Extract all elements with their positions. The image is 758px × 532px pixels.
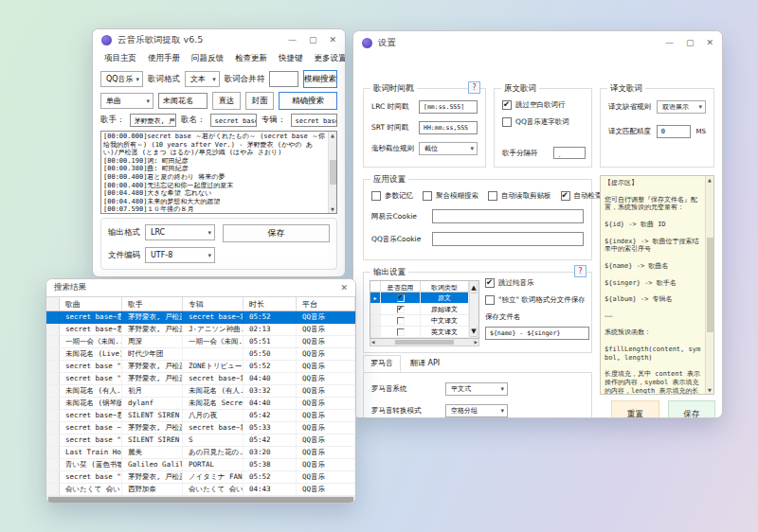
table-row[interactable]: secret base~君.. SILENT SIREN 八月の夜 05:42 … xyxy=(46,410,355,422)
scroll-down-icon[interactable]: ▼ xyxy=(331,206,334,212)
checkbox[interactable] xyxy=(485,295,495,305)
scrollbar-thumb[interactable] xyxy=(707,238,713,332)
scroll-up-icon[interactable]: ▲ xyxy=(331,133,334,138)
checkbox[interactable] xyxy=(502,100,512,110)
scrollbar-thumb[interactable] xyxy=(330,160,336,185)
enabled-cell[interactable] xyxy=(381,304,421,315)
qq-cookie-input[interactable] xyxy=(432,232,584,246)
checkbox[interactable] xyxy=(561,191,570,201)
checkbox[interactable] xyxy=(485,278,495,288)
scrollbar-thumb[interactable] xyxy=(395,340,454,345)
table-row[interactable]: 未闻花名 (有人.. 初月 未闻花名 (有人.. 03:32 QQ音乐 xyxy=(46,385,355,398)
col-platform[interactable]: 平台 xyxy=(297,297,355,310)
menu-item[interactable]: 快捷键 xyxy=(279,53,303,64)
enabled-cell[interactable] xyxy=(381,315,421,327)
encoding-select[interactable]: UTF-8 ▾ xyxy=(145,247,215,263)
table-row[interactable]: 未闻花名 (Live) 时代少年团 05:50 QQ音乐 xyxy=(46,348,355,361)
table-row[interactable]: 一期一会《未闻.. 周深 一期一会《未闻.. 05:51 QQ音乐 xyxy=(46,336,355,348)
scrollbar-thumb[interactable] xyxy=(48,497,353,504)
col-song[interactable]: 歌曲 xyxy=(60,297,122,310)
checkbox[interactable] xyxy=(371,191,381,201)
netease-cookie-input[interactable] xyxy=(432,209,584,223)
checkbox[interactable] xyxy=(397,294,405,302)
menu-item[interactable]: 使用手册 xyxy=(148,53,180,64)
save-button[interactable]: 保存 xyxy=(223,224,330,242)
help-icon[interactable]: ? xyxy=(468,81,480,94)
menu-item[interactable]: 更多设置 xyxy=(315,53,347,64)
checkbox[interactable] xyxy=(488,191,497,201)
scroll-up-icon[interactable]: ▲ xyxy=(471,282,477,293)
lyrics-textarea[interactable]: [00:00.000]secret base ～君がくれたもの～ (secret… xyxy=(100,131,337,214)
scroll-right-icon[interactable]: ▶ xyxy=(475,340,478,345)
col-singer[interactable]: 歌手 xyxy=(122,297,183,310)
enabled-cell[interactable] xyxy=(381,327,421,338)
checkbox-option[interactable]: 参数记忆 xyxy=(371,191,413,201)
maximize-icon[interactable]: ▢ xyxy=(309,36,317,44)
checkbox[interactable] xyxy=(397,306,405,313)
help-icon[interactable]: ? xyxy=(574,265,587,277)
row-selector[interactable] xyxy=(370,304,381,315)
scroll-down-icon[interactable]: ▼ xyxy=(471,326,477,337)
lrc-timestamp-input[interactable]: [mm:ss.SSS] xyxy=(419,100,478,114)
checkbox[interactable] xyxy=(397,328,405,336)
table-row[interactable]: secret base~君.. 茅野愛衣, 戸松遥.. secret base~… xyxy=(46,311,355,324)
close-icon[interactable]: ✕ xyxy=(340,284,348,293)
maximize-icon[interactable]: ▢ xyxy=(686,39,695,47)
row-selector[interactable] xyxy=(46,410,60,421)
srt-timestamp-input[interactable]: HH:mm:ss,SSS xyxy=(419,121,478,134)
row-selector[interactable] xyxy=(46,348,60,360)
row-selector[interactable] xyxy=(46,311,60,323)
fuzzy-search-button[interactable]: 模糊搜索 xyxy=(303,70,337,88)
checkbox[interactable] xyxy=(423,191,432,201)
album-field[interactable]: secret base~君 xyxy=(291,114,338,127)
minimize-icon[interactable]: — xyxy=(665,39,674,47)
direct-button[interactable]: 直达 xyxy=(212,92,241,110)
row-selector[interactable] xyxy=(46,324,60,335)
table-row[interactable]: secret base "君.. SILENT SIREN S 05:42 QQ… xyxy=(46,434,355,447)
row-selector[interactable] xyxy=(370,293,381,304)
ms-rule-select[interactable]: 截位 ▾ xyxy=(419,142,478,155)
platform-select[interactable]: QQ音乐 ▾ xyxy=(100,71,143,87)
row-selector[interactable] xyxy=(46,361,60,372)
table-row[interactable]: secret base "君.. 茅野愛衣, 戸松遥.. ZONEトリビュー..… xyxy=(46,361,355,373)
close-icon[interactable]: ✕ xyxy=(706,39,713,47)
translation-rule-select[interactable]: 双语展示 ▾ xyxy=(657,100,706,114)
tips-panel[interactable]: 【提示区】 您可自行调整『保存文件名』配置，系统预设的元变量有： ${id} -… xyxy=(600,175,714,395)
keyword-input[interactable]: 未闻花名 xyxy=(158,93,208,109)
row-selector[interactable] xyxy=(46,336,60,347)
checkbox-option[interactable]: 跳过空白歌词行 xyxy=(502,100,584,110)
row-selector[interactable] xyxy=(46,471,60,483)
save-button[interactable]: 保存 xyxy=(668,400,716,418)
format-select[interactable]: 文本 ▾ xyxy=(185,71,220,87)
scroll-left-icon[interactable]: ◀ xyxy=(371,340,374,345)
romaji-system-select[interactable]: 平文式 ▾ xyxy=(445,382,508,396)
checkbox-option[interactable]: QQ音乐逐字歌词 xyxy=(502,117,584,127)
row-selector[interactable] xyxy=(46,398,60,409)
row-selector[interactable] xyxy=(46,447,60,458)
vertical-scrollbar[interactable]: ▲ ▼ xyxy=(469,281,478,338)
checkbox-option[interactable]: 自动读取剪贴板 xyxy=(488,191,551,201)
row-selector[interactable] xyxy=(46,373,60,384)
horizontal-scrollbar[interactable]: ◀ ▶ xyxy=(370,339,479,346)
row-selector[interactable] xyxy=(46,385,60,397)
singer-separator-input[interactable]: 、 xyxy=(553,147,586,159)
row-selector[interactable] xyxy=(46,484,60,495)
table-row[interactable]: 青い栞 (蓝色书签) Galileo Galilei PORTAL 05:38 … xyxy=(46,459,355,471)
table-row[interactable]: secret base~君.. 茅野愛衣, 戸松遥.. J-アニソン神曲.. 0… xyxy=(46,324,355,336)
tab-translate-api[interactable]: 翻译 API xyxy=(403,355,447,372)
menu-item[interactable]: 问题反馈 xyxy=(191,53,224,64)
row-selector[interactable] xyxy=(46,459,60,470)
checkbox[interactable] xyxy=(502,117,512,127)
row-selector[interactable] xyxy=(46,422,60,434)
row-selector[interactable] xyxy=(370,315,381,327)
tips-scrollbar[interactable]: ▲ ▼ xyxy=(705,176,713,394)
lyrics-scrollbar[interactable]: ▲ ▼ xyxy=(328,132,336,213)
table-row[interactable]: secret base "君.. 茅野愛衣, 戸松遥.. ノイタミナ FAN..… xyxy=(46,471,355,484)
close-icon[interactable]: ✕ xyxy=(329,36,336,44)
translation-precision-input[interactable]: 0 xyxy=(657,125,691,138)
scroll-down-icon[interactable]: ▼ xyxy=(708,387,712,393)
table-row[interactable]: 会いたくて 会い.. 西野加奈 会いたくて 会い.. 04:43 QQ音乐 xyxy=(46,484,355,496)
col-album[interactable]: 专辑 xyxy=(183,297,244,310)
tab-romaji[interactable]: 罗马音 xyxy=(363,355,401,372)
table-row[interactable]: secret base ~.. 茅野愛衣, 戸松遥.. secret base~… xyxy=(46,422,355,434)
